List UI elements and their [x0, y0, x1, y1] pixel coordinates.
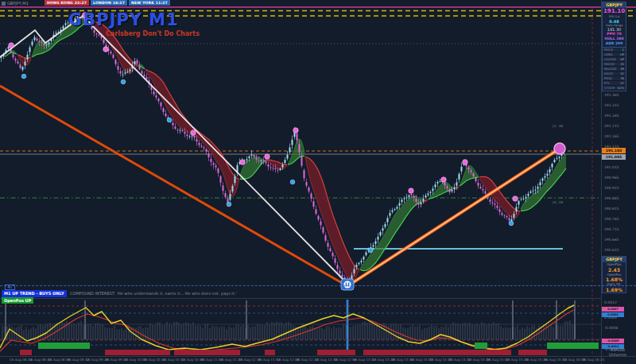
price-axis-label: 191.315: [604, 103, 619, 107]
price-axis-label: 191.265: [604, 114, 619, 118]
signal-value: 39: [620, 67, 624, 71]
indicator-brand-watermark: XU-v88 Universe: [602, 347, 634, 357]
chart-icon: [2, 2, 6, 6]
signal-label: DADX: [604, 72, 613, 76]
pos-row-value: 2.43: [603, 267, 626, 273]
signal-label: PR30: [604, 76, 612, 80]
trend-direction-banner: M1 UP TREND - BUYS ONLY: [2, 290, 67, 297]
svg-text:(1) -48: (1) -48: [553, 124, 564, 128]
indicator-panel-separator: [0, 298, 602, 299]
signal-value: 2: [622, 48, 624, 52]
price-axis-label: 190.865: [604, 196, 619, 200]
price-axis-label: 191.365: [604, 93, 619, 97]
price-axis-label: 191.215: [604, 124, 619, 128]
open-position-panel: GBPJPY OpenPips2.43OpenPos1.68%Daily P/L…: [602, 256, 626, 293]
bid-price-badge: 191.085: [602, 154, 626, 160]
time-axis[interactable]: 16 Aug 08:2416 Aug 08:4016 Aug 08:5616 A…: [0, 357, 602, 364]
signals-table-panel: PRICE2LRMAUPLG2000UPMA50045MA100039DADX4…: [602, 47, 626, 91]
svg-text:(4) -28: (4) -28: [553, 200, 564, 204]
chart-symbol-tag: GBPJPY,M1: [2, 1, 29, 6]
indicator-axis-label: 0.0012: [604, 300, 617, 304]
signal-value: 45: [620, 62, 624, 66]
signal-value: 37: [620, 81, 624, 85]
indicator-axis-label: -0.0006: [604, 326, 618, 330]
price-axis-label: 190.815: [604, 207, 619, 211]
support-dashed-line: [0, 285, 636, 286]
price-axis-label: 190.765: [604, 217, 619, 221]
pos-row-value: 1.69%: [603, 287, 626, 292]
price-axis-label: 190.665: [604, 238, 619, 242]
pos-panel-symbol: GBPJPY: [603, 257, 626, 262]
trading-terminal-window: (1) -48(4) -28 GBPJPY,M1 HONG KONG 23:27…: [0, 0, 636, 364]
signal-value: 52%: [618, 86, 624, 90]
info-panel-symbol: GBPJPY: [603, 2, 626, 8]
compound-interest-quote: COMPOUND INTEREST: 'He who understands i…: [70, 291, 237, 296]
info-panel-price: 191.10: [603, 8, 626, 15]
openpos-status-badge: OpenPos UP: [2, 297, 33, 304]
price-axis-label: 190.715: [604, 227, 619, 231]
indicator-level-badge: 0.0004: [602, 312, 624, 317]
signal-label: STOCH: [604, 86, 615, 90]
price-axis-label: 190.965: [604, 176, 619, 180]
pos-panel-rows: OpenPips2.43OpenPos1.68%Daily P/L1.69%: [603, 262, 626, 292]
price-axis-label: 190.915: [604, 186, 619, 190]
current-price-badge: 191.103: [602, 148, 626, 153]
price-axis-label: 191.015: [604, 165, 619, 169]
symbol-tag-label: GBPJPY,M1: [7, 1, 29, 6]
chart-title-watermark: GBPJPY M1: [68, 10, 179, 29]
indicator-level-badge: 0.0007: [602, 307, 624, 312]
signal-value: UP: [620, 57, 624, 61]
signal-label: MA1000: [604, 67, 617, 71]
instrument-info-panel: GBPJPY 191.10 SPR 0.4 0.48 Daily Range 1…: [602, 2, 626, 52]
watermark-line2: Universe: [602, 352, 634, 357]
signal-label: MA500: [604, 62, 615, 66]
signal-value: UP: [620, 52, 624, 56]
signal-value: 41: [620, 72, 624, 76]
pos-row-value: 1.68%: [603, 277, 626, 282]
signal-label: LRMA: [604, 52, 613, 56]
signal-value: 76: [620, 76, 624, 80]
session-clock-hong-kong: HONG KONG 23:27: [45, 0, 89, 6]
price-chart-canvas[interactable]: (1) -48(4) -28: [0, 0, 636, 364]
indicator-level-badge: -0.0009: [602, 339, 624, 343]
session-clock-london: LONDON 16:27: [91, 0, 127, 6]
session-clock-bar: HONG KONG 23:27LONDON 16:27NEW YORK 11:2…: [45, 0, 170, 6]
price-axis-label: 190.615: [604, 248, 619, 252]
signal-label: LG2000: [604, 57, 616, 61]
time-axis-label: 16 Aug 16:24: [582, 358, 604, 362]
signal-label: PTS: [604, 81, 610, 85]
session-clock-new-york: NEW YORK 11:27: [129, 0, 170, 6]
chart-subtitle: Carlsberg Don't Do Charts: [106, 30, 200, 37]
signals-table-row: STOCH52%: [603, 86, 626, 91]
signal-label: PRICE: [604, 48, 613, 52]
price-axis-label: 191.165: [604, 134, 619, 138]
